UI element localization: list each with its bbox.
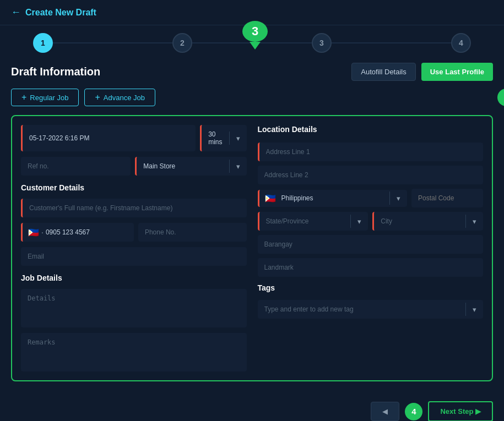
remarks-textarea[interactable]: [21, 333, 247, 371]
phone-input[interactable]: [46, 228, 128, 236]
store-dropdown[interactable]: Main Store ▾: [135, 157, 246, 176]
duration-value: 30 mins: [202, 125, 229, 151]
callout-4-badge: 4: [405, 403, 422, 420]
state-dropdown[interactable]: State/Province ▾: [258, 212, 368, 231]
prev-icon: ◀: [382, 407, 388, 415]
postal-input[interactable]: [411, 189, 483, 207]
country-row: 🇵🇭 Philippines ▾: [258, 189, 484, 207]
duration-dropdown[interactable]: 30 mins ▾: [200, 125, 246, 151]
footer: ◀ 4 Next Step ▶: [0, 392, 504, 421]
country-arrow[interactable]: ▾: [390, 190, 407, 207]
ref-input[interactable]: [21, 157, 131, 176]
email-input[interactable]: [21, 247, 247, 266]
job-section-label: Job Details: [21, 274, 247, 282]
country-dropdown[interactable]: 🇵🇭 Philippines ▾: [258, 190, 408, 207]
prev-button[interactable]: ◀: [371, 402, 399, 421]
back-button[interactable]: ←: [11, 7, 21, 18]
regular-job-label: Regular Job: [30, 94, 68, 102]
tags-label: Tags: [258, 283, 484, 292]
callout-2-badge: 2: [497, 89, 504, 106]
callout-3-pin: 3: [242, 21, 268, 50]
advance-job-button[interactable]: + Advance Job: [84, 89, 155, 106]
phone-dot: ·: [41, 228, 44, 237]
step-connector-3: [332, 42, 451, 43]
customer-section-label: Customer Details: [21, 183, 247, 192]
duration-arrow[interactable]: ▾: [230, 130, 247, 147]
stepper: 3 1 2 3 4: [0, 25, 504, 63]
details-textarea[interactable]: [21, 289, 247, 327]
draft-info-title: Draft Information: [11, 65, 100, 78]
barangay-input[interactable]: [258, 235, 484, 254]
customer-name-input[interactable]: [23, 199, 247, 217]
address1-field[interactable]: [258, 143, 484, 161]
date-input[interactable]: [23, 129, 196, 147]
date-duration-row: 30 mins ▾: [21, 125, 247, 151]
address1-input[interactable]: [259, 143, 484, 161]
location-section-label: Location Details: [258, 125, 484, 134]
callout-3-tail: [250, 42, 261, 50]
city-dropdown[interactable]: City ▾: [372, 212, 483, 231]
tags-input[interactable]: [258, 300, 466, 319]
job-type-bar-wrapper: + Regular Job + Advance Job 2: [11, 89, 493, 106]
ref-store-row: Main Store ▾: [21, 157, 247, 176]
landmark-input[interactable]: [258, 258, 484, 277]
autofill-button[interactable]: Autofill Details: [351, 63, 415, 81]
step-3[interactable]: 3: [312, 33, 332, 53]
plus-icon-regular: +: [21, 93, 26, 102]
right-column: Location Details 🇵🇭 Philippines ▾: [258, 125, 484, 371]
regular-job-button[interactable]: + Regular Job: [11, 89, 79, 106]
phone-flag: 🇵🇭: [28, 227, 39, 238]
state-value: State/Province: [259, 212, 351, 231]
customer-name-field[interactable]: [21, 199, 247, 217]
callout-3-circle: 3: [242, 21, 268, 42]
next-step-button[interactable]: Next Step ▶: [428, 401, 493, 421]
phone-input-wrap[interactable]: 🇵🇭 ·: [21, 223, 134, 242]
country-flag: 🇵🇭: [259, 193, 281, 204]
state-city-row: State/Province ▾ City ▾: [258, 212, 484, 231]
state-arrow[interactable]: ▾: [351, 213, 368, 230]
header-buttons: Autofill Details Use Last Profile: [351, 63, 493, 81]
plus-icon-advance: +: [95, 93, 100, 102]
tags-input-wrap[interactable]: ▾: [258, 300, 484, 319]
phone-no-input[interactable]: [138, 223, 247, 242]
country-name: Philippines: [281, 194, 390, 202]
city-arrow[interactable]: ▾: [466, 213, 483, 230]
tags-arrow[interactable]: ▾: [466, 301, 483, 318]
store-arrow[interactable]: ▾: [230, 158, 247, 175]
page-title: Create New Draft: [25, 8, 96, 18]
address2-input[interactable]: [258, 166, 484, 184]
phone-row: 🇵🇭 ·: [21, 223, 247, 242]
use-last-profile-button[interactable]: Use Last Profile: [421, 63, 493, 81]
advance-job-label: Advance Job: [104, 94, 145, 102]
step-connector-1: [53, 42, 172, 43]
content-area: Draft Information Autofill Details Use L…: [0, 63, 504, 392]
section-header: Draft Information Autofill Details Use L…: [11, 63, 493, 81]
ref-field-wrap: [21, 157, 131, 176]
form-card: 30 mins ▾ Main Store ▾ Customer Details: [11, 115, 493, 381]
step-2[interactable]: 2: [172, 33, 192, 53]
step-1[interactable]: 1: [33, 33, 53, 53]
city-value: City: [374, 212, 465, 231]
left-column: 30 mins ▾ Main Store ▾ Customer Details: [21, 125, 247, 371]
store-value: Main Store: [137, 157, 229, 176]
date-field[interactable]: [21, 125, 196, 151]
job-type-bar: + Regular Job + Advance Job: [11, 89, 493, 106]
step-4[interactable]: 4: [451, 33, 471, 53]
